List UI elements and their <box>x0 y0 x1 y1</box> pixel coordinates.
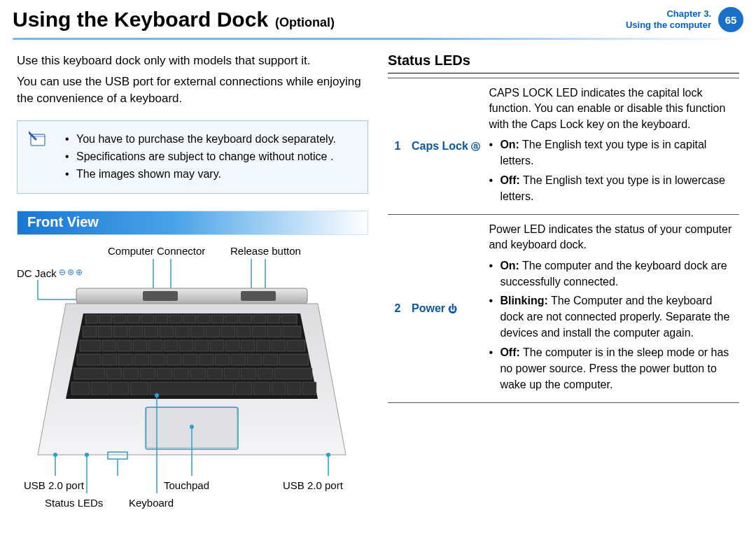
svg-rect-27 <box>211 315 224 323</box>
svg-rect-64 <box>134 354 149 365</box>
svg-rect-20 <box>113 315 126 323</box>
svg-rect-74 <box>74 368 105 379</box>
power-icon: ⏻ <box>448 304 457 314</box>
led-bullet: Blinking: The Computer and the keyboard … <box>489 292 735 341</box>
svg-rect-51 <box>148 340 162 351</box>
note-icon <box>29 131 47 148</box>
svg-rect-68 <box>199 354 214 365</box>
bullet-text: The English text you type is in capital … <box>500 139 706 167</box>
svg-rect-92 <box>253 382 270 395</box>
svg-rect-72 <box>263 354 278 365</box>
led-desc-intro: Power LED indicates the status of your c… <box>489 222 735 253</box>
chapter-line2: Using the computer <box>626 20 711 31</box>
note-box: You have to purchase the keyboard dock s… <box>17 120 368 193</box>
svg-rect-35 <box>113 326 127 337</box>
svg-rect-60 <box>287 340 305 351</box>
svg-rect-62 <box>102 354 117 365</box>
led-row-desc: CAPS LOCK LED indicates the capital lock… <box>484 78 739 215</box>
svg-rect-13 <box>143 291 178 301</box>
svg-rect-73 <box>279 354 309 365</box>
intro-paragraph-2: You can use the USB port for external co… <box>17 73 368 107</box>
svg-rect-85 <box>274 368 312 379</box>
svg-rect-93 <box>272 382 286 395</box>
bullet-text: The English text you type is in lowercas… <box>500 174 725 202</box>
svg-rect-37 <box>144 326 158 337</box>
svg-rect-94 <box>287 382 301 395</box>
svg-rect-91 <box>235 382 252 395</box>
page-title: Using the Keyboard Dock <box>13 8 268 31</box>
led-bullet: Off: The computer is in the sleep mode o… <box>489 344 735 393</box>
svg-rect-76 <box>123 368 139 379</box>
intro-paragraph-1: Use this keyboard dock only with models … <box>17 52 368 69</box>
svg-rect-38 <box>160 326 174 337</box>
divider <box>388 73 739 73</box>
led-row-number: 1 <box>388 78 407 215</box>
svg-rect-22 <box>141 315 154 323</box>
page-title-tag: (Optional) <box>275 15 335 30</box>
svg-point-102 <box>53 453 57 457</box>
svg-rect-58 <box>256 340 270 351</box>
svg-rect-40 <box>190 326 204 337</box>
svg-rect-90 <box>150 382 234 395</box>
svg-rect-21 <box>127 315 140 323</box>
svg-rect-82 <box>224 368 239 379</box>
svg-rect-55 <box>210 340 224 351</box>
svg-rect-45 <box>267 326 281 337</box>
svg-rect-54 <box>195 340 209 351</box>
status-leds-table: 1 Caps Lock ⓐ CAPS LOCK LED indicates th… <box>388 78 739 403</box>
svg-rect-71 <box>247 354 262 365</box>
bullet-lead: Blinking: <box>500 295 547 306</box>
led-label-text: Caps Lock <box>412 140 468 152</box>
svg-rect-77 <box>140 368 155 379</box>
svg-rect-65 <box>150 354 165 365</box>
page-number-badge: 65 <box>718 7 743 32</box>
svg-rect-48 <box>102 340 116 351</box>
svg-rect-25 <box>183 315 196 323</box>
svg-rect-63 <box>118 354 133 365</box>
svg-rect-86 <box>71 382 90 395</box>
bullet-text: The computer is in the sleep mode or has… <box>500 346 729 390</box>
led-label-text: Power <box>412 302 445 314</box>
svg-point-107 <box>155 393 159 397</box>
led-bullet: On: The computer and the keyboard dock a… <box>489 258 735 290</box>
chapter-label: Chapter 3. Using the computer <box>626 8 711 31</box>
bullet-lead: On: <box>500 139 519 150</box>
svg-rect-52 <box>164 340 178 351</box>
svg-rect-33 <box>83 326 97 337</box>
led-bullet: Off: The English text you type is in low… <box>489 172 735 204</box>
svg-rect-18 <box>85 315 98 323</box>
svg-rect-95 <box>302 382 316 395</box>
svg-rect-30 <box>253 315 266 323</box>
led-row-desc: Power LED indicates the status of your c… <box>484 214 739 402</box>
note-item: You have to purchase the keyboard dock s… <box>65 131 356 148</box>
svg-rect-59 <box>272 340 286 351</box>
svg-point-109 <box>326 453 330 457</box>
svg-rect-89 <box>130 382 148 395</box>
svg-rect-53 <box>179 340 193 351</box>
svg-rect-88 <box>111 382 129 395</box>
svg-rect-61 <box>77 354 101 365</box>
keyboard-dock-illustration <box>17 245 374 512</box>
svg-rect-57 <box>241 340 255 351</box>
svg-rect-56 <box>225 340 239 351</box>
front-view-heading: Front View <box>17 211 368 235</box>
svg-rect-32 <box>281 315 297 323</box>
led-row-label: Power ⏻ <box>407 214 484 402</box>
svg-rect-47 <box>80 340 101 351</box>
svg-rect-41 <box>206 326 220 337</box>
svg-rect-29 <box>239 315 252 323</box>
led-row-number: 2 <box>388 214 407 402</box>
note-item: Specifications are subject to change wit… <box>65 148 356 166</box>
svg-point-104 <box>85 453 89 457</box>
svg-rect-78 <box>157 368 172 379</box>
svg-rect-19 <box>99 315 112 323</box>
chapter-line1: Chapter 3. <box>626 8 711 20</box>
table-row: 2 Power ⏻ Power LED indicates the status… <box>388 214 739 402</box>
svg-rect-50 <box>133 340 147 351</box>
svg-rect-66 <box>167 354 181 365</box>
led-bullet: On: The English text you type is in capi… <box>489 136 735 169</box>
svg-rect-67 <box>183 354 197 365</box>
caps-lock-icon: ⓐ <box>471 141 480 151</box>
svg-rect-42 <box>221 326 235 337</box>
bullet-lead: Off: <box>500 174 519 186</box>
